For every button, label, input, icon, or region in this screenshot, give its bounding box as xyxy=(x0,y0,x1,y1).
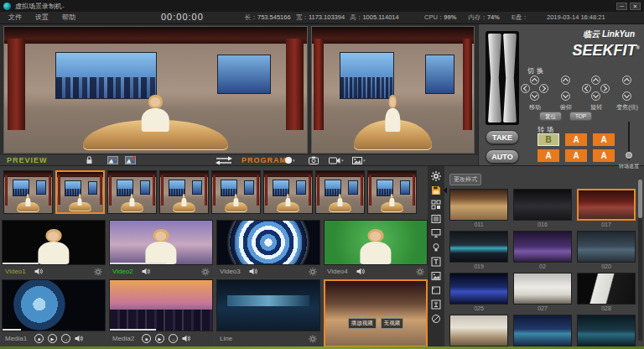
scene-thumbnail[interactable] xyxy=(577,231,636,263)
camera-angle-thumb-8[interactable] xyxy=(367,170,417,214)
play-video-in-scene-button[interactable]: 播放视频 xyxy=(348,318,377,329)
close-button[interactable]: ✕ xyxy=(630,3,641,10)
camera-angle-thumb-3[interactable] xyxy=(107,170,157,214)
transition-button-b-0[interactable]: B xyxy=(538,133,559,146)
minimize-button[interactable]: ─ xyxy=(616,3,627,10)
scene-thumbnail[interactable] xyxy=(449,231,508,263)
stop-button[interactable]: ■ xyxy=(34,334,44,343)
up-arrow-button[interactable] xyxy=(530,76,539,85)
scene-thumbnail[interactable] xyxy=(513,231,572,263)
camera-angle-thumb-6[interactable] xyxy=(263,170,313,214)
video2-progress[interactable] xyxy=(110,263,166,264)
media1-thumbnail[interactable] xyxy=(2,279,106,331)
media2-progress[interactable] xyxy=(110,329,156,331)
camera-angle-thumb-2[interactable] xyxy=(55,170,105,214)
speaker-icon[interactable] xyxy=(34,268,43,275)
scene-thumbnail[interactable] xyxy=(577,273,636,305)
save-icon[interactable] xyxy=(429,185,443,196)
image-capture-icon[interactable]: ▾ xyxy=(352,155,366,165)
next-button[interactable]: → xyxy=(61,334,70,343)
t-bar-handle-right[interactable] xyxy=(503,34,517,122)
stop-button[interactable]: ■ xyxy=(142,334,151,343)
video1-progress[interactable] xyxy=(3,263,39,264)
play-button[interactable]: ▶ xyxy=(48,334,57,343)
camera-angle-thumb-1[interactable] xyxy=(3,170,53,214)
transition-button-a-1[interactable]: A xyxy=(565,133,587,146)
selected-scene-preview[interactable]: 播放视频 无视频 xyxy=(324,279,428,347)
transition-button-a-4[interactable]: A xyxy=(565,149,587,162)
line-thumbnail[interactable] xyxy=(216,279,320,331)
menu-file[interactable]: 文件 xyxy=(5,12,25,23)
scene-thumbnail[interactable] xyxy=(513,189,572,221)
video-capture-icon[interactable]: ▾ xyxy=(329,155,344,165)
no-video-in-scene-button[interactable]: 无视频 xyxy=(381,318,404,329)
up-arrow-button[interactable] xyxy=(591,76,600,85)
media1-progress[interactable] xyxy=(3,329,21,331)
t-bar-fader[interactable] xyxy=(486,31,519,125)
video4-thumbnail[interactable] xyxy=(324,220,428,265)
down-arrow-button[interactable] xyxy=(622,91,631,101)
snapshot-camera-icon[interactable] xyxy=(309,155,319,165)
scene-thumbnail[interactable] xyxy=(449,189,508,221)
text-icon[interactable] xyxy=(429,256,443,268)
caption-icon[interactable] xyxy=(429,299,443,310)
speaker-icon[interactable] xyxy=(75,335,83,342)
auto-button[interactable]: AUTO xyxy=(486,149,519,164)
scene-thumbnail[interactable] xyxy=(577,189,636,221)
overlay-image-icon-2[interactable] xyxy=(125,155,136,165)
image-icon[interactable] xyxy=(429,270,443,282)
scene-thumbnail[interactable] xyxy=(513,315,572,346)
program-monitor[interactable] xyxy=(311,26,475,154)
camera-angle-thumb-5[interactable] xyxy=(211,170,261,214)
menu-help[interactable]: 帮助 xyxy=(59,12,79,23)
left-arrow-button[interactable] xyxy=(582,84,591,93)
down-arrow-button[interactable] xyxy=(561,91,570,101)
gear-icon[interactable] xyxy=(429,170,443,182)
scene-thumbnail[interactable] xyxy=(449,315,508,346)
frame-icon[interactable] xyxy=(429,284,443,296)
down-arrow-button[interactable] xyxy=(591,91,600,101)
scene-thumbnail[interactable] xyxy=(577,315,636,346)
gear-icon[interactable] xyxy=(416,268,424,276)
gear-icon[interactable] xyxy=(309,335,317,343)
ban-icon[interactable] xyxy=(429,313,443,325)
speaker-icon[interactable] xyxy=(249,268,257,275)
overlay-image-icon-1[interactable] xyxy=(107,155,118,165)
camera-angle-thumb-7[interactable] xyxy=(315,170,365,214)
t-bar-handle-left[interactable] xyxy=(488,34,501,122)
transition-button-a-3[interactable]: A xyxy=(538,149,559,162)
take-button[interactable]: TAKE xyxy=(486,130,519,144)
scene-scrollbar[interactable] xyxy=(638,180,642,341)
gear-icon[interactable] xyxy=(309,268,317,276)
menu-settings[interactable]: 设置 xyxy=(32,12,52,23)
top-button[interactable]: TOP xyxy=(569,112,592,121)
lock-icon[interactable] xyxy=(86,155,93,165)
swap-transition-icon[interactable] xyxy=(213,155,235,165)
speaker-icon[interactable] xyxy=(356,268,365,275)
monitor-icon[interactable] xyxy=(429,227,443,239)
speed-slider-thumb[interactable] xyxy=(626,152,632,159)
transition-button-a-2[interactable]: A xyxy=(593,133,615,146)
gear-icon[interactable] xyxy=(201,268,210,276)
scene-thumbnail[interactable] xyxy=(513,273,572,305)
preview-monitor[interactable] xyxy=(3,26,308,154)
record-icon[interactable]: ▾ xyxy=(285,155,295,165)
video3-thumbnail[interactable] xyxy=(216,220,320,265)
up-arrow-button[interactable] xyxy=(622,76,631,85)
speaker-icon[interactable] xyxy=(142,268,150,275)
transition-button-a-5[interactable]: A xyxy=(593,149,615,162)
camera-angle-thumb-4[interactable] xyxy=(159,170,209,214)
up-arrow-button[interactable] xyxy=(561,76,570,85)
reset-button[interactable]: 复位 xyxy=(539,112,562,121)
list-icon[interactable] xyxy=(429,213,443,225)
video1-thumbnail[interactable] xyxy=(2,220,106,265)
bulb-icon[interactable] xyxy=(429,242,443,253)
speed-slider[interactable] xyxy=(628,122,630,160)
left-arrow-button[interactable] xyxy=(521,84,530,93)
media2-thumbnail[interactable] xyxy=(109,279,213,331)
change-style-button[interactable]: 更改样式 xyxy=(449,174,481,185)
scene-scrollbar-thumb[interactable] xyxy=(638,180,642,218)
right-arrow-button[interactable] xyxy=(539,84,548,93)
scene-thumbnail[interactable] xyxy=(449,273,508,305)
next-button[interactable]: → xyxy=(169,334,178,343)
